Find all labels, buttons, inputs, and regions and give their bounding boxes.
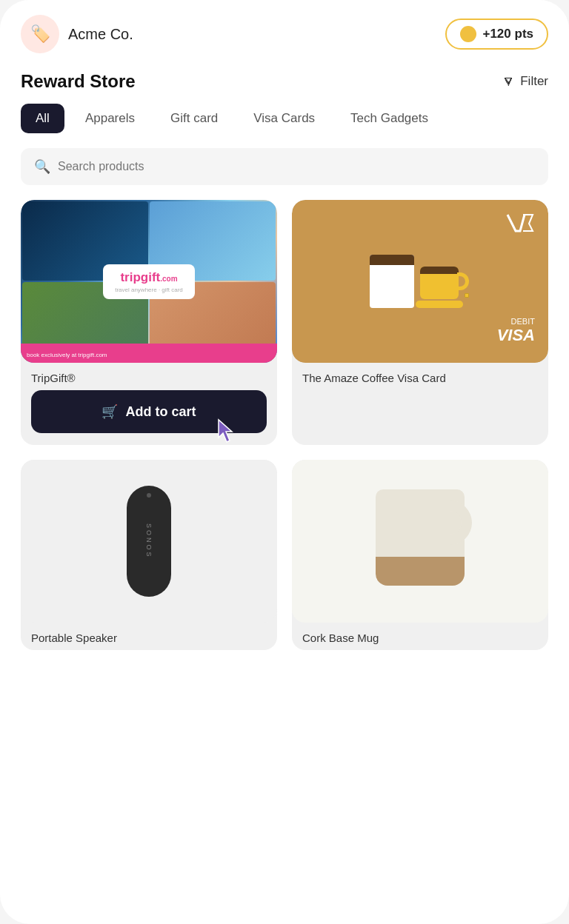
coin-icon — [460, 26, 476, 42]
visa-text: VISA — [497, 326, 535, 344]
header-left: 🏷️ Acme Co. — [21, 15, 133, 53]
search-icon: 🔍 — [34, 158, 50, 175]
visa-logo — [505, 213, 535, 237]
tab-tech-gadgets[interactable]: Tech Gadgets — [336, 104, 443, 133]
product-image-mug — [292, 460, 548, 623]
filter-button[interactable]: ⛛ Filter — [502, 74, 548, 90]
product-name-mug: Cork Base Mug — [292, 623, 548, 650]
product-image-speaker: SONOS — [21, 460, 277, 623]
product-name-tripgift: TripGift® — [21, 363, 277, 390]
search-input[interactable] — [58, 160, 535, 173]
product-card-visa: DEBIT VISA The Amaze Coffee Visa Card — [292, 200, 548, 445]
cursor-pointer — [216, 418, 236, 445]
filter-label: Filter — [520, 74, 548, 89]
product-image-tripgift: tripgift.com travel anywhere · gift card… — [21, 200, 277, 363]
company-name: Acme Co. — [68, 26, 133, 43]
search-bar: 🔍 — [21, 148, 548, 185]
points-label: +120 pts — [482, 27, 533, 41]
debit-text: DEBIT — [497, 317, 535, 326]
tab-apparels[interactable]: Apparels — [70, 104, 150, 133]
points-badge[interactable]: +120 pts — [445, 19, 548, 50]
page-title-row: Reward Store ⛛ Filter — [0, 65, 569, 104]
header: 🏷️ Acme Co. +120 pts — [0, 0, 569, 65]
add-to-cart-label: Add to cart — [125, 404, 196, 420]
category-tabs: All Apparels Gift card Visa Cards Tech G… — [0, 104, 569, 148]
product-card-speaker: SONOS Portable Speaker — [21, 460, 277, 650]
mug-container — [368, 482, 472, 600]
product-grid: tripgift.com travel anywhere · gift card… — [0, 200, 569, 671]
search-bar-wrapper: 🔍 — [0, 148, 569, 200]
product-name-visa: The Amaze Coffee Visa Card — [292, 363, 548, 390]
tab-visa-cards[interactable]: Visa Cards — [239, 104, 330, 133]
speaker-body: SONOS — [127, 486, 171, 597]
product-card-mug: Cork Base Mug — [292, 460, 548, 650]
product-card-tripgift: tripgift.com travel anywhere · gift card… — [21, 200, 277, 445]
page-title: Reward Store — [21, 71, 136, 92]
filter-icon: ⛛ — [502, 74, 516, 90]
product-image-visa: DEBIT VISA — [292, 200, 548, 363]
cart-icon: 🛒 — [102, 404, 118, 420]
logo: 🏷️ — [21, 15, 59, 53]
product-name-speaker: Portable Speaker — [21, 623, 277, 650]
tab-gift-card[interactable]: Gift card — [156, 104, 233, 133]
tab-all[interactable]: All — [21, 104, 64, 133]
visa-debit-label: DEBIT VISA — [497, 317, 535, 345]
